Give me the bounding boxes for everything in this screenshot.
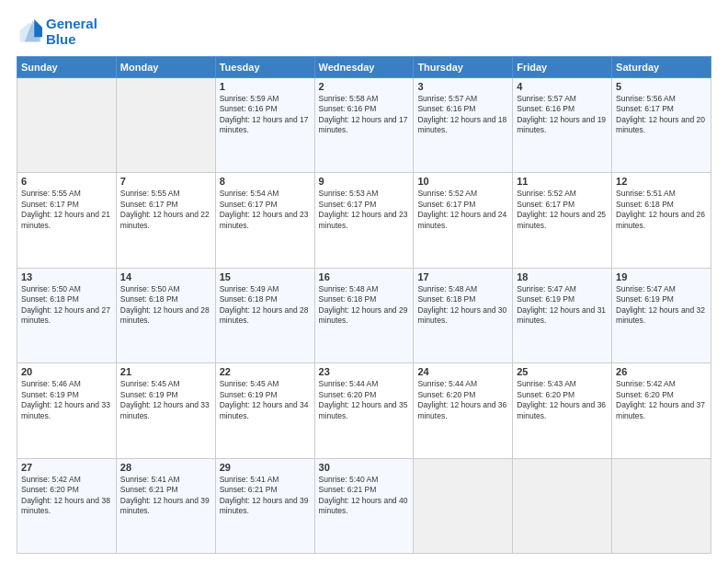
calendar-table: SundayMondayTuesdayWednesdayThursdayFrid… xyxy=(17,56,711,554)
calendar-cell xyxy=(116,78,215,173)
day-info: Sunrise: 5:52 AM Sunset: 6:17 PM Dayligh… xyxy=(517,189,608,231)
day-number: 27 xyxy=(21,462,112,473)
calendar-cell: 27Sunrise: 5:42 AM Sunset: 6:20 PM Dayli… xyxy=(17,458,117,553)
day-number: 17 xyxy=(417,271,508,282)
day-info: Sunrise: 5:56 AM Sunset: 6:17 PM Dayligh… xyxy=(616,94,707,136)
calendar-cell: 20Sunrise: 5:46 AM Sunset: 6:19 PM Dayli… xyxy=(17,363,117,458)
calendar-cell: 2Sunrise: 5:58 AM Sunset: 6:16 PM Daylig… xyxy=(314,78,414,173)
day-info: Sunrise: 5:47 AM Sunset: 6:19 PM Dayligh… xyxy=(517,284,608,327)
calendar-cell: 4Sunrise: 5:57 AM Sunset: 6:16 PM Daylig… xyxy=(513,78,612,173)
calendar-cell: 15Sunrise: 5:49 AM Sunset: 6:18 PM Dayli… xyxy=(215,268,314,362)
day-info: Sunrise: 5:46 AM Sunset: 6:19 PM Dayligh… xyxy=(21,379,112,421)
day-number: 14 xyxy=(120,271,211,282)
calendar-cell xyxy=(513,458,612,553)
day-info: Sunrise: 5:48 AM Sunset: 6:18 PM Dayligh… xyxy=(417,284,508,327)
calendar-cell: 17Sunrise: 5:48 AM Sunset: 6:18 PM Dayli… xyxy=(414,268,513,362)
day-number: 2 xyxy=(319,81,410,92)
day-info: Sunrise: 5:41 AM Sunset: 6:21 PM Dayligh… xyxy=(120,475,211,517)
calendar-week-row: 20Sunrise: 5:46 AM Sunset: 6:19 PM Dayli… xyxy=(17,363,711,458)
calendar-cell: 9Sunrise: 5:53 AM Sunset: 6:17 PM Daylig… xyxy=(314,173,414,268)
calendar-cell: 30Sunrise: 5:40 AM Sunset: 6:21 PM Dayli… xyxy=(314,458,414,553)
day-info: Sunrise: 5:43 AM Sunset: 6:20 PM Dayligh… xyxy=(517,379,608,421)
day-info: Sunrise: 5:59 AM Sunset: 6:16 PM Dayligh… xyxy=(220,94,311,136)
day-info: Sunrise: 5:40 AM Sunset: 6:21 PM Dayligh… xyxy=(319,475,410,517)
calendar-cell: 26Sunrise: 5:42 AM Sunset: 6:20 PM Dayli… xyxy=(612,363,711,458)
calendar-cell: 14Sunrise: 5:50 AM Sunset: 6:18 PM Dayli… xyxy=(116,268,215,362)
day-number: 20 xyxy=(21,366,112,377)
day-info: Sunrise: 5:44 AM Sunset: 6:20 PM Dayligh… xyxy=(417,379,508,421)
day-info: Sunrise: 5:50 AM Sunset: 6:18 PM Dayligh… xyxy=(120,284,211,327)
day-number: 15 xyxy=(220,271,311,282)
day-number: 5 xyxy=(616,81,707,92)
calendar-cell: 19Sunrise: 5:47 AM Sunset: 6:19 PM Dayli… xyxy=(612,268,711,362)
day-info: Sunrise: 5:57 AM Sunset: 6:16 PM Dayligh… xyxy=(517,94,608,136)
day-number: 21 xyxy=(120,366,211,377)
day-number: 6 xyxy=(21,176,112,187)
calendar-cell: 12Sunrise: 5:51 AM Sunset: 6:18 PM Dayli… xyxy=(612,173,711,268)
logo-icon xyxy=(17,19,42,45)
day-number: 3 xyxy=(417,81,508,92)
day-info: Sunrise: 5:45 AM Sunset: 6:19 PM Dayligh… xyxy=(220,379,311,421)
day-info: Sunrise: 5:53 AM Sunset: 6:17 PM Dayligh… xyxy=(319,189,410,231)
calendar-cell: 1Sunrise: 5:59 AM Sunset: 6:16 PM Daylig… xyxy=(215,78,314,173)
day-info: Sunrise: 5:55 AM Sunset: 6:17 PM Dayligh… xyxy=(21,189,112,231)
day-of-week-header: Tuesday xyxy=(215,57,314,78)
calendar-cell: 5Sunrise: 5:56 AM Sunset: 6:17 PM Daylig… xyxy=(612,78,711,173)
day-number: 18 xyxy=(517,271,608,282)
day-number: 19 xyxy=(616,271,707,282)
day-info: Sunrise: 5:42 AM Sunset: 6:20 PM Dayligh… xyxy=(616,379,707,421)
day-info: Sunrise: 5:58 AM Sunset: 6:16 PM Dayligh… xyxy=(319,94,410,136)
day-number: 16 xyxy=(319,271,410,282)
calendar-week-row: 27Sunrise: 5:42 AM Sunset: 6:20 PM Dayli… xyxy=(17,458,711,553)
day-number: 30 xyxy=(319,462,410,473)
day-number: 11 xyxy=(517,176,608,187)
calendar-week-row: 1Sunrise: 5:59 AM Sunset: 6:16 PM Daylig… xyxy=(17,78,711,173)
day-of-week-header: Monday xyxy=(116,57,215,78)
day-info: Sunrise: 5:49 AM Sunset: 6:18 PM Dayligh… xyxy=(220,284,311,327)
calendar-cell: 6Sunrise: 5:55 AM Sunset: 6:17 PM Daylig… xyxy=(17,173,117,268)
calendar-cell: 21Sunrise: 5:45 AM Sunset: 6:19 PM Dayli… xyxy=(116,363,215,458)
day-info: Sunrise: 5:45 AM Sunset: 6:19 PM Dayligh… xyxy=(120,379,211,421)
day-info: Sunrise: 5:54 AM Sunset: 6:17 PM Dayligh… xyxy=(220,189,311,231)
day-number: 1 xyxy=(220,81,311,92)
calendar-cell: 22Sunrise: 5:45 AM Sunset: 6:19 PM Dayli… xyxy=(215,363,314,458)
day-number: 8 xyxy=(220,176,311,187)
calendar-cell: 11Sunrise: 5:52 AM Sunset: 6:17 PM Dayli… xyxy=(513,173,612,268)
day-info: Sunrise: 5:51 AM Sunset: 6:18 PM Dayligh… xyxy=(616,189,707,231)
day-number: 26 xyxy=(616,366,707,377)
day-number: 29 xyxy=(220,462,311,473)
day-of-week-header: Wednesday xyxy=(314,57,414,78)
day-number: 24 xyxy=(417,366,508,377)
calendar-cell: 24Sunrise: 5:44 AM Sunset: 6:20 PM Dayli… xyxy=(414,363,513,458)
calendar-header-row: SundayMondayTuesdayWednesdayThursdayFrid… xyxy=(17,57,711,78)
day-info: Sunrise: 5:48 AM Sunset: 6:18 PM Dayligh… xyxy=(319,284,410,327)
day-number: 7 xyxy=(120,176,211,187)
calendar-cell: 16Sunrise: 5:48 AM Sunset: 6:18 PM Dayli… xyxy=(314,268,414,362)
day-number: 12 xyxy=(616,176,707,187)
day-info: Sunrise: 5:42 AM Sunset: 6:20 PM Dayligh… xyxy=(21,475,112,517)
calendar-cell xyxy=(612,458,711,553)
calendar-week-row: 13Sunrise: 5:50 AM Sunset: 6:18 PM Dayli… xyxy=(17,268,711,362)
calendar-cell: 18Sunrise: 5:47 AM Sunset: 6:19 PM Dayli… xyxy=(513,268,612,362)
day-info: Sunrise: 5:55 AM Sunset: 6:17 PM Dayligh… xyxy=(120,189,211,231)
day-number: 13 xyxy=(21,271,112,282)
logo: General Blue xyxy=(17,17,97,47)
calendar-cell: 29Sunrise: 5:41 AM Sunset: 6:21 PM Dayli… xyxy=(215,458,314,553)
calendar-cell: 7Sunrise: 5:55 AM Sunset: 6:17 PM Daylig… xyxy=(116,173,215,268)
day-number: 22 xyxy=(220,366,311,377)
logo-text: General Blue xyxy=(46,17,97,47)
calendar-cell: 13Sunrise: 5:50 AM Sunset: 6:18 PM Dayli… xyxy=(17,268,117,362)
page: General Blue SundayMondayTuesdayWednesda… xyxy=(0,0,728,563)
day-info: Sunrise: 5:47 AM Sunset: 6:19 PM Dayligh… xyxy=(616,284,707,327)
day-info: Sunrise: 5:57 AM Sunset: 6:16 PM Dayligh… xyxy=(417,94,508,136)
calendar-cell xyxy=(414,458,513,553)
day-of-week-header: Sunday xyxy=(17,57,117,78)
day-info: Sunrise: 5:52 AM Sunset: 6:17 PM Dayligh… xyxy=(417,189,508,231)
calendar-cell: 23Sunrise: 5:44 AM Sunset: 6:20 PM Dayli… xyxy=(314,363,414,458)
day-number: 23 xyxy=(319,366,410,377)
calendar-cell: 3Sunrise: 5:57 AM Sunset: 6:16 PM Daylig… xyxy=(414,78,513,173)
calendar-week-row: 6Sunrise: 5:55 AM Sunset: 6:17 PM Daylig… xyxy=(17,173,711,268)
day-info: Sunrise: 5:50 AM Sunset: 6:18 PM Dayligh… xyxy=(21,284,112,327)
day-number: 10 xyxy=(417,176,508,187)
calendar-cell: 10Sunrise: 5:52 AM Sunset: 6:17 PM Dayli… xyxy=(414,173,513,268)
